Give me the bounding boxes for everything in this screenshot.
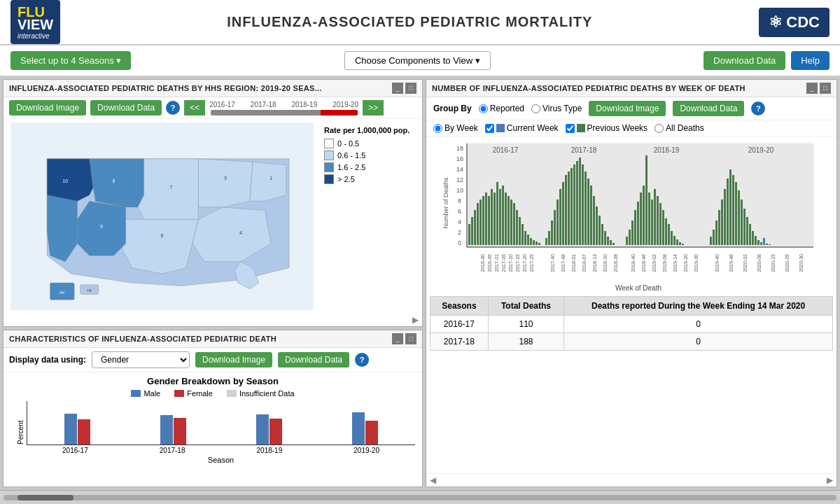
svg-text:4: 4 [458, 218, 461, 225]
svg-rect-102 [676, 239, 678, 245]
char-help-button[interactable]: ? [355, 353, 369, 367]
char-minimize-button[interactable]: _ [392, 333, 403, 344]
svg-rect-107 [715, 220, 718, 245]
scrollbar-track[interactable] [4, 495, 836, 500]
svg-rect-121 [755, 236, 757, 245]
by-week-label[interactable]: By Week [433, 123, 478, 133]
svg-rect-75 [590, 186, 592, 245]
bottom-scrollbar[interactable] [0, 490, 840, 504]
right-help-button[interactable]: ? [751, 102, 765, 115]
all-deaths-label[interactable]: All Deaths [654, 123, 704, 133]
svg-text:2016-45: 2016-45 [487, 254, 492, 272]
right-download-image-button[interactable]: Download Image [589, 101, 666, 116]
bar-group-2018 [227, 414, 312, 444]
svg-rect-122 [757, 240, 760, 245]
radio-virus-label[interactable]: Virus Type [531, 104, 582, 113]
choose-components-button[interactable]: Choose Components to View ▾ [344, 51, 491, 70]
right-minimize-button[interactable]: _ [806, 83, 818, 94]
svg-rect-74 [587, 178, 589, 245]
map-prev-button[interactable]: << [184, 100, 205, 115]
usa-map-svg: 10 8 7 5 1 6 9 4 AK HI [7, 122, 317, 310]
svg-rect-42 [493, 192, 496, 245]
all-deaths-radio[interactable] [654, 124, 664, 133]
svg-text:HI: HI [88, 288, 92, 293]
map-download-data-button[interactable]: Download Data [90, 100, 162, 115]
table-cell-week-1: 0 [564, 316, 833, 333]
header: FLU VIEW interactive INFLUENZA-ASSOCIATE… [0, 0, 840, 46]
map-legend: Rate per 1,000,000 pop. 0 - 0.5 0.6 - 1.… [321, 122, 419, 310]
select-seasons-button[interactable]: Select up to 4 Seasons ▾ [10, 51, 131, 70]
previous-weeks-checkbox[interactable] [566, 124, 575, 133]
svg-text:2018-07: 2018-07 [582, 254, 587, 272]
by-week-radio[interactable] [433, 124, 442, 133]
svg-rect-40 [488, 196, 490, 245]
svg-text:10: 10 [62, 178, 68, 183]
download-data-button[interactable]: Download Data [704, 51, 785, 70]
scroll-right-indicator[interactable]: ▶ [412, 315, 419, 325]
y-axis-label: Percent [10, 401, 24, 464]
svg-rect-112 [729, 169, 732, 245]
week-chart-svg: 18 16 14 12 10 8 6 4 2 0 Number of Death… [433, 140, 830, 294]
scrollbar-thumb[interactable] [18, 495, 74, 500]
char-download-image-button[interactable]: Download Image [195, 352, 272, 368]
map-minimize-button[interactable]: _ [392, 83, 403, 94]
right-download-data-button[interactable]: Download Data [673, 101, 744, 116]
map-content-area: 10 8 7 5 1 6 9 4 AK HI [4, 119, 422, 314]
scroll-right-indicator2[interactable]: ▶ [827, 475, 833, 485]
col-week-deaths: Deaths reported During the Week Ending 1… [564, 297, 833, 316]
svg-rect-87 [634, 210, 636, 245]
right-panel-title: Number of Influenza-Associated Pediatric… [432, 84, 746, 92]
map-maximize-button[interactable]: □ [405, 83, 416, 94]
svg-text:2019-30: 2019-30 [694, 254, 699, 272]
map-download-image-button[interactable]: Download Image [9, 100, 86, 115]
bar-group-2016 [34, 414, 120, 444]
scroll-left-indicator[interactable]: ◀ [430, 475, 436, 485]
svg-text:8: 8 [112, 178, 115, 183]
svg-text:2018-28: 2018-28 [613, 254, 618, 272]
x-label-2016: 2016-17 [62, 447, 88, 454]
char-display-select[interactable]: Gender Age Group Medical Conditions [92, 351, 190, 368]
svg-rect-63 [556, 200, 559, 245]
legend-title: Rate per 1,000,000 pop. [324, 126, 415, 134]
map-panel: Influenza-Associated Pediatric Deaths by… [3, 79, 423, 327]
svg-rect-56 [533, 240, 535, 245]
right-maximize-button[interactable]: □ [820, 83, 831, 94]
current-week-checkbox[interactable] [485, 124, 494, 133]
svg-rect-82 [610, 240, 612, 245]
svg-rect-77 [596, 206, 598, 245]
char-maximize-button[interactable]: □ [405, 333, 416, 344]
current-week-label[interactable]: Current Week [485, 123, 559, 133]
svg-rect-103 [679, 242, 681, 245]
radio-reported[interactable] [479, 104, 488, 113]
logo-view: VIEW [18, 17, 53, 32]
svg-rect-126 [769, 244, 771, 245]
map-next-button[interactable]: >> [363, 100, 384, 115]
help-button[interactable]: Help [791, 51, 830, 70]
svg-text:Week of Death: Week of Death [615, 284, 662, 292]
svg-rect-68 [570, 168, 573, 245]
svg-text:2018-46: 2018-46 [641, 254, 646, 272]
svg-rect-92 [648, 192, 650, 245]
svg-rect-34 [471, 217, 473, 245]
svg-rect-125 [766, 244, 768, 245]
svg-text:1: 1 [270, 176, 272, 181]
char-chart-title: Gender Breakdown by Season [10, 376, 415, 386]
previous-weeks-label[interactable]: Previous Weeks [566, 123, 648, 133]
svg-text:2019-20: 2019-20 [748, 146, 774, 154]
radio-virus[interactable] [531, 104, 540, 113]
radio-reported-label[interactable]: Reported [479, 104, 524, 113]
bar-chart-container: 2016-17 2017-18 2018-19 2019-20 Season [27, 401, 415, 464]
char-panel-title: Characteristics of Influenza-Associated … [9, 335, 276, 343]
map-help-button[interactable]: ? [166, 101, 180, 115]
svg-rect-95 [657, 196, 659, 245]
char-download-data-button[interactable]: Download Data [278, 352, 349, 368]
svg-text:2018-20: 2018-20 [603, 254, 608, 272]
season-slider[interactable] [211, 110, 358, 115]
svg-rect-99 [668, 224, 670, 245]
svg-rect-81 [607, 237, 609, 245]
bar-male-2017 [160, 415, 173, 444]
svg-rect-91 [645, 155, 648, 245]
svg-text:2016-40: 2016-40 [480, 254, 485, 272]
svg-text:2018-19: 2018-19 [654, 146, 680, 154]
svg-text:2019-20: 2019-20 [683, 254, 688, 272]
